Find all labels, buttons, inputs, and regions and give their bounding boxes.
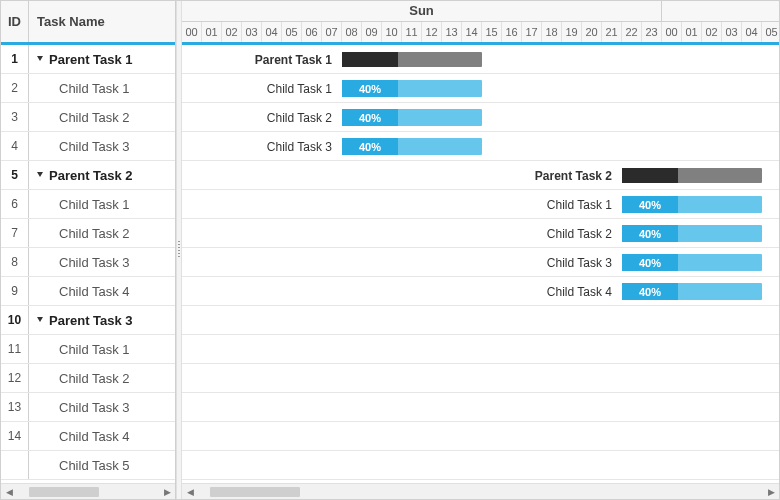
- row-id-cell: 1: [1, 45, 29, 73]
- timeline-hour-cell: 14: [462, 22, 482, 43]
- progress-fill: 40%: [342, 138, 398, 155]
- timeline-hour-cell: 07: [322, 22, 342, 43]
- scroll-left-icon[interactable]: ◀: [1, 485, 17, 499]
- task-bar[interactable]: 40%: [622, 283, 762, 300]
- chart-row: Parent Task 2: [182, 161, 779, 190]
- scroll-left-icon[interactable]: ◀: [182, 485, 198, 499]
- row-name-cell: Child Task 1: [29, 190, 175, 218]
- scroll-thumb[interactable]: [29, 487, 99, 497]
- expand-collapse-icon[interactable]: [35, 170, 45, 180]
- table-row[interactable]: 1Parent Task 1: [1, 45, 175, 74]
- row-name-cell: Child Task 2: [29, 219, 175, 247]
- row-id-cell: 6: [1, 190, 29, 218]
- table-row[interactable]: 12Child Task 2: [1, 364, 175, 393]
- chart-row: Parent Task 1: [182, 45, 779, 74]
- task-bar-label: Child Task 3: [182, 248, 622, 277]
- row-name-cell: Child Task 5: [29, 451, 175, 479]
- timeline-hour-cell: 11: [402, 22, 422, 43]
- table-row[interactable]: 10Parent Task 3: [1, 306, 175, 335]
- scroll-right-icon[interactable]: ▶: [159, 485, 175, 499]
- row-name-label: Child Task 5: [59, 458, 130, 473]
- summary-bar[interactable]: [622, 168, 762, 183]
- task-bar[interactable]: 40%: [342, 80, 482, 97]
- row-name-label: Child Task 1: [59, 81, 130, 96]
- task-bar[interactable]: 40%: [342, 109, 482, 126]
- row-name-cell: Child Task 3: [29, 132, 175, 160]
- task-bar[interactable]: 40%: [342, 138, 482, 155]
- column-header-task-name[interactable]: Task Name: [29, 1, 175, 42]
- row-name-label: Child Task 4: [59, 284, 130, 299]
- progress-fill: 40%: [622, 254, 678, 271]
- table-row[interactable]: 9Child Task 4: [1, 277, 175, 306]
- table-row[interactable]: 8Child Task 3: [1, 248, 175, 277]
- timeline-header: Sun 000102030405060708091011121314151617…: [182, 1, 779, 45]
- task-bar[interactable]: 40%: [622, 254, 762, 271]
- timeline-hour-cell: 00: [182, 22, 202, 43]
- row-name-cell: Child Task 2: [29, 364, 175, 392]
- row-id-cell: 4: [1, 132, 29, 160]
- row-id-cell: 14: [1, 422, 29, 450]
- row-id-cell: 13: [1, 393, 29, 421]
- chart-row: Child Task 140%: [182, 190, 779, 219]
- table-row[interactable]: 13Child Task 3: [1, 393, 175, 422]
- row-id-cell: 10: [1, 306, 29, 334]
- table-row[interactable]: 14Child Task 4: [1, 422, 175, 451]
- summary-bar[interactable]: [342, 52, 482, 67]
- timeline-hour-cell: 01: [202, 22, 222, 43]
- timeline-scrollbar-h[interactable]: ◀ ▶: [182, 483, 779, 499]
- task-bar-label: Child Task 1: [182, 74, 342, 103]
- chart-row: [182, 422, 779, 451]
- table-row[interactable]: Child Task 5: [1, 451, 175, 480]
- task-bar[interactable]: 40%: [622, 196, 762, 213]
- timeline-pane: Sun 000102030405060708091011121314151617…: [182, 1, 779, 499]
- progress-fill: 40%: [622, 196, 678, 213]
- timeline-day-cell: [662, 1, 779, 22]
- row-name-label: Child Task 3: [59, 139, 130, 154]
- timeline-hour-cell: 21: [602, 22, 622, 43]
- timeline-hour-cell: 09: [362, 22, 382, 43]
- progress-fill: 40%: [622, 225, 678, 242]
- task-bar[interactable]: 40%: [622, 225, 762, 242]
- table-row[interactable]: 3Child Task 2: [1, 103, 175, 132]
- row-id-cell: 5: [1, 161, 29, 189]
- table-row[interactable]: 7Child Task 2: [1, 219, 175, 248]
- chart-row: [182, 451, 779, 480]
- timeline-hour-cell: 08: [342, 22, 362, 43]
- chart-row: Child Task 340%: [182, 132, 779, 161]
- progress-fill: 40%: [622, 283, 678, 300]
- column-header-id[interactable]: ID: [1, 1, 29, 42]
- table-row[interactable]: 4Child Task 3: [1, 132, 175, 161]
- scroll-track[interactable]: [17, 485, 159, 499]
- row-name-label: Child Task 3: [59, 255, 130, 270]
- timeline-hour-cell: 04: [262, 22, 282, 43]
- table-row[interactable]: 2Child Task 1: [1, 74, 175, 103]
- progress-fill: 40%: [342, 80, 398, 97]
- row-name-label: Child Task 4: [59, 429, 130, 444]
- timeline-hour-cell: 13: [442, 22, 462, 43]
- row-name-label: Parent Task 2: [49, 168, 133, 183]
- expand-collapse-icon[interactable]: [35, 54, 45, 64]
- scroll-thumb[interactable]: [210, 487, 300, 497]
- expand-collapse-icon[interactable]: [35, 315, 45, 325]
- chart-row: [182, 335, 779, 364]
- timeline-hour-cell: 19: [562, 22, 582, 43]
- timeline-hour-cell: 06: [302, 22, 322, 43]
- chart-row: Child Task 440%: [182, 277, 779, 306]
- timeline-hour-cell: 10: [382, 22, 402, 43]
- row-name-label: Child Task 1: [59, 342, 130, 357]
- progress-fill: [622, 168, 678, 183]
- scroll-track[interactable]: [198, 485, 763, 499]
- row-name-cell: Child Task 3: [29, 393, 175, 421]
- table-row[interactable]: 6Child Task 1: [1, 190, 175, 219]
- timeline-body[interactable]: Parent Task 1Child Task 140%Child Task 2…: [182, 45, 779, 483]
- gantt-container: ID Task Name 1Parent Task 12Child Task 1…: [0, 0, 780, 500]
- progress-fill: [342, 52, 398, 67]
- row-name-cell: Child Task 1: [29, 74, 175, 102]
- scroll-right-icon[interactable]: ▶: [763, 485, 779, 499]
- task-grid-scrollbar-h[interactable]: ◀ ▶: [1, 483, 175, 499]
- row-name-cell: Parent Task 2: [29, 161, 175, 189]
- table-row[interactable]: 5Parent Task 2: [1, 161, 175, 190]
- row-id-cell: 11: [1, 335, 29, 363]
- table-row[interactable]: 11Child Task 1: [1, 335, 175, 364]
- task-bar-label: Child Task 3: [182, 132, 342, 161]
